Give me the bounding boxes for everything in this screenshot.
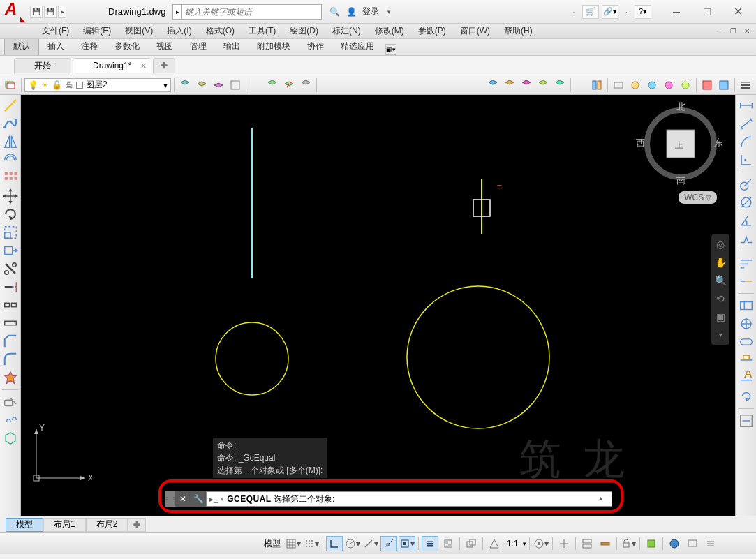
layer-filter-icon[interactable]	[485, 77, 501, 93]
center-mark-icon[interactable]	[739, 316, 754, 331]
layer-tool-icon[interactable]	[211, 77, 226, 93]
cmd-input[interactable]: ▸_ ▾ GCEQUAL 选择第二个对象: ▴	[206, 491, 612, 507]
layer-filter-icon[interactable]	[502, 77, 517, 93]
user-icon[interactable]: 👤	[344, 5, 358, 19]
doc-tab-close-icon[interactable]: ✕	[140, 61, 147, 70]
viewcube-east[interactable]: 东	[714, 137, 723, 149]
isolate-objects-icon[interactable]	[643, 536, 660, 551]
viewcube-north[interactable]: 北	[676, 100, 685, 113]
qat-save-icon[interactable]: 💾	[30, 6, 43, 18]
dim-update-icon[interactable]	[739, 389, 754, 404]
grid-display-icon[interactable]: ▾	[285, 536, 302, 551]
dim-linear-icon[interactable]	[739, 98, 754, 113]
search-input[interactable]	[182, 4, 322, 20]
exchange-cart-icon[interactable]: 🛒	[582, 5, 599, 19]
props-icon[interactable]	[678, 77, 693, 93]
block-tool-icon[interactable]	[3, 431, 18, 446]
dim-radius-icon[interactable]	[739, 177, 754, 192]
layer-state-icon[interactable]	[281, 77, 297, 93]
ribbon-tab-parametric[interactable]: 参数化	[106, 38, 148, 55]
layout-tab-add[interactable]: ✚	[128, 518, 146, 532]
dim-jogged-icon[interactable]	[739, 231, 754, 246]
nav-showmotion-icon[interactable]: ▣	[713, 310, 727, 324]
app-logo[interactable]	[3, 1, 26, 23]
ortho-mode-icon[interactable]	[326, 536, 343, 551]
menu-modify[interactable]: 修改(M)	[368, 23, 411, 39]
menu-dimension[interactable]: 标注(N)	[325, 23, 368, 39]
stretch-tool-icon[interactable]	[3, 243, 18, 258]
login-dropdown-icon[interactable]: ▾	[382, 5, 396, 19]
help-icon[interactable]: ?▾	[635, 5, 651, 19]
lineweight-icon[interactable]	[738, 77, 753, 93]
maximize-button[interactable]: ☐	[692, 2, 722, 22]
rotate-tool-icon[interactable]	[3, 207, 18, 222]
dim-ordinate-icon[interactable]	[739, 152, 754, 167]
exchange-app-icon[interactable]: 🔗▾	[602, 5, 618, 19]
layer-tool-icon[interactable]	[228, 77, 243, 93]
search-dropdown-icon[interactable]: ▸	[172, 4, 182, 20]
clean-screen-icon[interactable]	[684, 536, 701, 551]
lock-ui-icon[interactable]: ▾	[620, 536, 637, 551]
scale-tool-icon[interactable]	[3, 225, 18, 240]
layer-tool-icon[interactable]	[194, 77, 209, 93]
status-model-label[interactable]: 模型	[261, 538, 283, 550]
quick-properties-icon[interactable]	[579, 536, 595, 551]
dim-diameter-icon[interactable]	[739, 195, 754, 210]
tolerance-icon[interactable]	[739, 298, 754, 313]
layer-state-icon[interactable]	[265, 77, 280, 93]
dim-style-icon[interactable]	[739, 413, 754, 428]
ribbon-tab-featured[interactable]: 精选应用	[332, 38, 383, 55]
isodraft-icon[interactable]: ▾	[362, 536, 379, 551]
dim-aligned-icon[interactable]	[739, 116, 754, 131]
transparency-icon[interactable]	[440, 536, 457, 551]
layer-combo[interactable]: 💡 ☀ 🔓 🖶 图层2 ▾	[24, 78, 171, 92]
nav-pan-icon[interactable]: ✋	[713, 255, 727, 269]
move-tool-icon[interactable]	[3, 188, 18, 204]
lineweight-display-icon[interactable]	[422, 536, 438, 551]
qat-more-icon[interactable]: ▸	[58, 6, 66, 18]
menu-window[interactable]: 窗口(W)	[453, 23, 497, 39]
layer-filter-icon[interactable]	[519, 77, 534, 93]
drawing-canvas[interactable]: = X Y 上 北 南 西 东 WCS	[21, 95, 735, 516]
dim-edit-icon[interactable]	[739, 352, 754, 368]
cmd-history-expand-icon[interactable]: ▴	[599, 494, 609, 504]
join-tool-icon[interactable]	[3, 315, 18, 331]
viewcube-west[interactable]: 西	[636, 137, 645, 149]
menu-tools[interactable]: 工具(T)	[242, 23, 283, 39]
trim-tool-icon[interactable]	[3, 261, 18, 276]
entity-circle-large[interactable]	[407, 286, 549, 428]
layer-dropdown-icon[interactable]: ▾	[160, 80, 170, 90]
ribbon-tab-manage[interactable]: 管理	[181, 38, 215, 55]
props-icon[interactable]	[661, 77, 676, 93]
login-label[interactable]: 登录	[362, 6, 379, 17]
ribbon-tab-insert[interactable]: 插入	[39, 38, 73, 55]
nav-wheel-icon[interactable]: ◎	[713, 237, 727, 251]
color-icon[interactable]	[716, 77, 732, 93]
qat-saveas-icon[interactable]: 💾	[44, 6, 57, 18]
dim-arc-icon[interactable]	[739, 134, 754, 149]
cmd-grip-icon[interactable]: ⋮⋮	[165, 491, 175, 507]
cmd-close-icon[interactable]: ✕	[175, 491, 191, 507]
nav-orbit-icon[interactable]: ⟲	[713, 292, 727, 306]
dim-baseline-icon[interactable]	[739, 255, 754, 271]
layout-tab-layout2[interactable]: 布局2	[86, 518, 128, 532]
menu-param[interactable]: 参数(P)	[411, 23, 453, 39]
layer-state-icon[interactable]	[298, 77, 313, 93]
polyline-tool-icon[interactable]	[3, 116, 18, 131]
copy-tool-icon[interactable]	[3, 412, 18, 428]
props-icon[interactable]	[644, 77, 660, 93]
layer-filter-icon[interactable]	[552, 77, 568, 93]
search-icon[interactable]: 🔍	[327, 5, 341, 19]
array-tool-icon[interactable]	[3, 170, 18, 186]
layer-properties-icon[interactable]	[3, 77, 18, 93]
workspace-switch-icon[interactable]: ▾	[533, 536, 549, 551]
object-snap-icon[interactable]: ▾	[399, 536, 415, 551]
viewcube-south[interactable]: 南	[676, 174, 685, 187]
annotation-monitor-icon[interactable]	[556, 536, 572, 551]
close-button[interactable]: ✕	[722, 2, 753, 22]
mirror-tool-icon[interactable]	[3, 134, 18, 149]
doc-tab-start[interactable]: 开始	[14, 58, 71, 73]
break-tool-icon[interactable]	[3, 297, 18, 313]
menu-format[interactable]: 格式(O)	[199, 23, 242, 39]
menu-draw[interactable]: 绘图(D)	[283, 23, 325, 39]
